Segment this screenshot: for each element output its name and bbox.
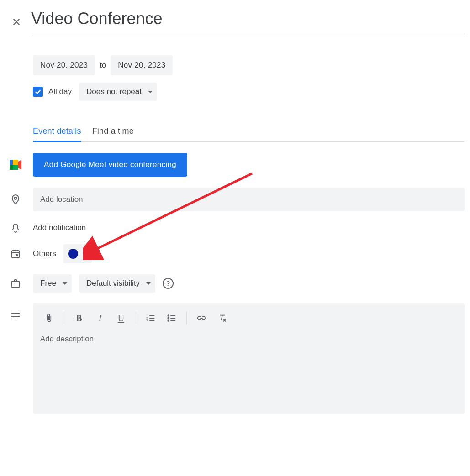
- add-notification-button[interactable]: Add notification: [33, 223, 465, 232]
- allday-checkbox[interactable]: [33, 87, 43, 97]
- repeat-dropdown[interactable]: Does not repeat: [79, 83, 157, 101]
- visibility-label: Default visibility: [86, 279, 140, 288]
- chevron-down-icon: [63, 282, 67, 285]
- start-date[interactable]: Nov 20, 2023: [33, 55, 95, 75]
- end-date[interactable]: Nov 20, 2023: [111, 55, 173, 75]
- color-swatch-icon: [68, 249, 78, 259]
- numbered-list-button[interactable]: 123: [141, 309, 161, 327]
- add-meet-button[interactable]: Add Google Meet video conferencing: [33, 153, 187, 177]
- svg-rect-6: [16, 254, 18, 256]
- svg-rect-3: [13, 165, 18, 170]
- svg-point-14: [168, 320, 169, 321]
- repeat-label: Does not repeat: [86, 87, 142, 96]
- svg-point-4: [15, 197, 17, 199]
- svg-point-12: [168, 315, 169, 316]
- close-icon[interactable]: [5, 11, 27, 33]
- svg-rect-2: [13, 160, 18, 165]
- help-icon[interactable]: ?: [163, 278, 174, 289]
- availability-label: Free: [40, 279, 56, 288]
- location-input[interactable]: [33, 188, 465, 211]
- chevron-down-icon: [148, 91, 153, 93]
- event-title[interactable]: Video Conference: [31, 9, 465, 28]
- tabs: Event details Find a time: [33, 126, 465, 142]
- underline-button[interactable]: U: [111, 309, 131, 327]
- svg-rect-8: [11, 282, 20, 287]
- formatting-toolbar: B I U 123: [33, 303, 465, 333]
- svg-text:3: 3: [146, 319, 148, 322]
- to-label: to: [100, 61, 106, 70]
- description-placeholder[interactable]: Add description: [33, 333, 465, 345]
- bell-icon: [5, 222, 26, 233]
- calendar-icon: [5, 248, 26, 259]
- calendar-color-dropdown[interactable]: [63, 244, 92, 263]
- allday-label: All day: [48, 87, 72, 96]
- italic-button[interactable]: I: [90, 309, 110, 327]
- meet-icon: [5, 160, 26, 170]
- tab-event-details[interactable]: Event details: [33, 126, 81, 141]
- clear-formatting-button[interactable]: [212, 309, 232, 327]
- svg-point-13: [168, 318, 169, 319]
- svg-rect-1: [10, 165, 13, 170]
- link-button[interactable]: [191, 309, 211, 327]
- briefcase-icon: [5, 278, 26, 289]
- svg-rect-0: [10, 160, 13, 165]
- tab-find-time[interactable]: Find a time: [92, 126, 134, 141]
- calendar-name[interactable]: Others: [33, 249, 56, 258]
- date-range: Nov 20, 2023 to Nov 20, 2023: [33, 55, 465, 75]
- description-box: B I U 123 Add description: [33, 303, 465, 414]
- description-icon: [5, 303, 26, 322]
- chevron-down-icon: [146, 282, 151, 285]
- svg-line-7: [92, 173, 252, 251]
- chevron-down-icon: [83, 253, 87, 255]
- availability-dropdown[interactable]: Free: [33, 274, 72, 293]
- visibility-dropdown[interactable]: Default visibility: [79, 274, 155, 293]
- attachment-icon[interactable]: [39, 309, 59, 327]
- bold-button[interactable]: B: [69, 309, 89, 327]
- location-icon: [5, 194, 26, 205]
- bullet-list-button[interactable]: [162, 309, 182, 327]
